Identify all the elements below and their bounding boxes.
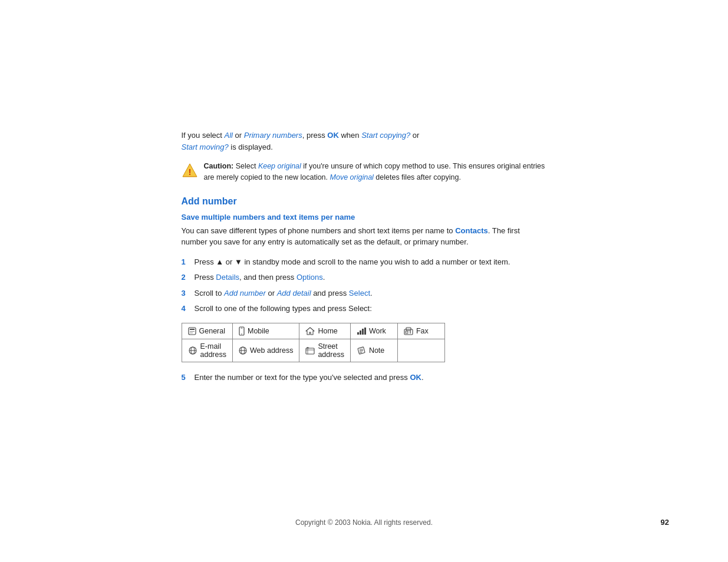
svg-point-9 [241,333,242,335]
svg-rect-26 [306,348,314,354]
table-row-1: General Mobile [182,323,444,339]
web-icon [239,346,247,355]
all-link: All [224,131,232,140]
work-icon [357,327,366,335]
step5-list: 5 Enter the number or text for the type … [182,372,547,384]
list-num-4: 4 [182,303,195,315]
cell-note: Note [350,339,397,362]
svg-text:!: ! [188,167,191,177]
svg-rect-8 [241,328,242,328]
caution-label: Caution: [204,162,234,170]
caution-icon: ! [182,162,198,178]
body-text1: You can save different types of phone nu… [182,226,456,235]
street-label: Street address [318,342,344,359]
note-icon [357,346,366,355]
list-content-4: Scroll to one of the following types and… [195,303,547,315]
types-table: General Mobile [182,323,445,362]
svg-point-18 [410,330,411,332]
numbered-list: 1 Press ▲ or ▼ in standby mode and scrol… [182,256,547,315]
options-link: Options [297,273,323,282]
fax-label: Fax [416,327,429,335]
caution-text: Caution: Select Keep original if you're … [204,161,547,183]
move-original-link: Move original [330,173,374,181]
cell-work: Work [350,323,397,339]
list-content-2: Press Details, and then press Options. [195,272,547,283]
subsection-heading: Save multiple numbers and text items per… [182,213,547,222]
cell-street: Street address [299,339,350,362]
caution-text1: Select [233,162,258,170]
svg-rect-5 [190,331,195,332]
street-icon [305,346,315,355]
svg-point-19 [410,332,411,333]
keep-original-link: Keep original [258,162,301,170]
cell-empty [397,339,444,362]
home-icon [305,327,315,335]
copyright-text: Copyright © 2003 Nokia. All rights reser… [295,518,433,527]
list-num-1: 1 [182,256,195,268]
list-content-3: Scroll to Add number or Add detail and p… [195,287,547,299]
email-label: E-mail address [200,342,226,359]
cell-home: Home [299,323,350,339]
list-num-3: 3 [182,287,195,299]
list-item-3: 3 Scroll to Add number or Add detail and… [182,287,547,299]
list-item-5: 5 Enter the number or text for the type … [182,372,547,384]
list-content-5: Enter the number or text for the type yo… [195,372,547,384]
page-container: If you select All or Primary numbers, pr… [0,0,728,562]
general-icon [188,327,196,335]
contacts-link: Contacts [455,226,488,235]
mobile-icon [239,326,245,336]
cell-web: Web address [232,339,299,362]
list-item-4: 4 Scroll to one of the following types a… [182,303,547,315]
cell-email: E-mail address [182,339,232,362]
svg-marker-29 [306,347,309,348]
section-heading: Add number [182,196,547,207]
ok-text: OK [327,131,339,140]
svg-rect-6 [190,332,193,333]
list-num-2: 2 [182,272,195,283]
svg-rect-14 [364,328,366,335]
work-label: Work [369,327,386,335]
fax-icon [404,327,413,335]
table-row-2: E-mail address Web address [182,339,444,362]
ok-step5: OK [410,373,421,382]
svg-rect-13 [362,329,364,335]
start-moving-link: Start moving? [182,143,229,151]
start-copying-link: Start copying? [361,131,410,140]
body-paragraph: You can save different types of phone nu… [182,225,547,248]
cell-fax: Fax [397,323,444,339]
list-content-1: Press ▲ or ▼ in standby mode and scroll … [195,256,547,268]
svg-rect-11 [357,332,359,335]
general-label: General [199,327,225,335]
select-link: Select [349,289,370,297]
list-num-5: 5 [182,372,195,384]
list-item-1: 1 Press ▲ or ▼ in standby mode and scrol… [182,256,547,268]
note-label: Note [369,346,384,355]
page-footer: Copyright © 2003 Nokia. All rights reser… [0,518,728,527]
content-area: If you select All or Primary numbers, pr… [182,0,547,438]
svg-marker-10 [306,328,314,335]
svg-rect-17 [406,331,408,333]
cell-mobile: Mobile [232,323,299,339]
email-icon [188,346,197,355]
details-link: Details [216,273,239,282]
mobile-label: Mobile [248,327,269,335]
svg-rect-4 [190,329,195,330]
cell-general: General [182,323,232,339]
home-label: Home [318,327,337,335]
list-item-2: 2 Press Details, and then press Options. [182,272,547,283]
intro-text-end: is displayed. [230,143,273,151]
web-label: Web address [250,346,293,355]
add-detail-link: Add detail [277,289,311,297]
add-number-link: Add number [224,289,266,297]
caution-block: ! Caution: Select Keep original if you'r… [182,161,547,183]
primary-numbers-link: Primary numbers [244,131,302,140]
caution-text3: deletes files after copying. [374,173,461,181]
intro-paragraph: If you select All or Primary numbers, pr… [182,130,547,153]
page-number: 92 [661,518,669,527]
svg-rect-12 [360,330,361,335]
